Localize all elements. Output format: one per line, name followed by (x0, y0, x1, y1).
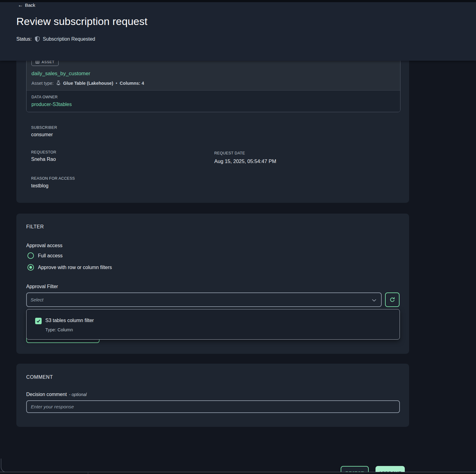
refresh-icon (389, 296, 396, 303)
filter-option-type: Type: Column (45, 327, 73, 332)
status-row: Status: Subscription Requested (16, 36, 95, 42)
underlying-sidebar-divider (88, 472, 88, 474)
optional-suffix: - optional (69, 392, 87, 397)
comment-card: COMMENT Decision comment - optional (16, 364, 409, 427)
comment-heading: COMMENT (26, 374, 53, 380)
asset-card: ASSET daily_sales_by_customer Asset type… (26, 54, 400, 112)
approval-filter-select[interactable]: Select (26, 292, 382, 307)
request-date-label: REQUEST DATE (214, 151, 245, 155)
page-header: ← Back Review subscription request Statu… (0, 0, 476, 61)
filter-heading: FILTER (26, 224, 44, 230)
asset-card-footer: DATA OWNER producer-S3tables (27, 90, 400, 112)
data-owner-label: DATA OWNER (31, 95, 58, 99)
decision-comment-label: Decision comment (26, 392, 67, 397)
decision-comment-label-row: Decision comment - optional (26, 392, 87, 397)
reason-for-access-label: REASON FOR ACCESS (31, 176, 75, 181)
subscriber-value: consumer (31, 132, 53, 137)
arrow-left-icon: ← (18, 2, 23, 8)
asset-type-value: Glue Table (Lakehouse) (63, 81, 113, 86)
filter-card: FILTER Approval access Full access Appro… (16, 214, 409, 354)
requestor-label: REQUESTOR (31, 150, 56, 154)
radio-circle-unselected[interactable] (27, 252, 34, 259)
filter-option-label: S3 tables column filter (45, 318, 94, 323)
requestor-value: Sneha Rao (31, 157, 56, 162)
radio-label-row-column-filters: Approve with row or column filters (38, 265, 112, 270)
radio-option-full-access[interactable]: Full access (27, 252, 63, 259)
window-top-strip (0, 0, 476, 2)
status-label: Status: (16, 36, 32, 42)
back-button[interactable]: ← Back (18, 2, 35, 8)
filter-option-checkbox[interactable] (35, 318, 42, 324)
status-value: Subscription Requested (43, 36, 95, 42)
back-label: Back (25, 2, 35, 8)
asset-columns-text: Columns: 4 (120, 81, 144, 86)
dot-separator: • (116, 81, 117, 86)
refresh-button[interactable] (385, 292, 400, 307)
review-subscription-page: ASSET daily_sales_by_customer Asset type… (0, 0, 476, 474)
request-details-card: ASSET daily_sales_by_customer Asset type… (16, 49, 409, 203)
reason-for-access-value: testblog (31, 183, 48, 189)
request-date-value: Aug 15, 2025, 05:54:47 PM (214, 158, 276, 164)
data-owner-link[interactable]: producer-S3tables (31, 102, 72, 107)
radio-option-row-column-filters[interactable]: Approve with row or column filters (27, 264, 112, 271)
approval-filter-label: Approval Filter (26, 284, 58, 289)
approval-access-label: Approval access (26, 243, 62, 248)
glue-icon (56, 80, 61, 86)
select-placeholder: Select (31, 297, 43, 302)
radio-circle-selected[interactable] (27, 264, 34, 271)
underlying-app-strip (0, 472, 476, 474)
panel-bottom-left-corner (1, 459, 12, 472)
page-title: Review subscription request (16, 15, 147, 27)
asset-type-label: Asset type: (31, 81, 54, 86)
radio-label-full-access: Full access (38, 253, 63, 259)
subscriber-label: SUBSCRIBER (31, 125, 57, 130)
approval-filter-dropdown: S3 tables column filter Type: Column (26, 309, 400, 340)
decision-comment-input[interactable] (26, 400, 400, 413)
asset-meta-row: Asset type: Glue Table (Lakehouse) • Col… (31, 80, 144, 86)
chevron-down-icon (372, 299, 376, 302)
shield-icon (35, 36, 40, 42)
asset-name-link[interactable]: daily_sales_by_customer (31, 71, 90, 77)
